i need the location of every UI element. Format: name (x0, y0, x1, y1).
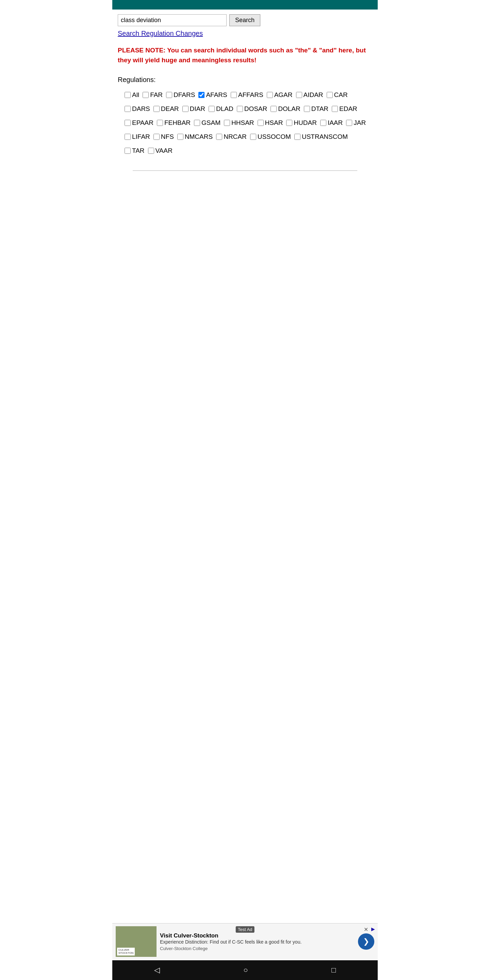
checkbox-label-nfs[interactable]: NFS (161, 130, 174, 143)
checkbox-lifar[interactable] (124, 134, 130, 140)
checkbox-item-diar: DIAR (182, 102, 205, 115)
checkbox-afars[interactable] (198, 92, 205, 98)
checkbox-fehbar[interactable] (157, 120, 163, 126)
checkbox-vaar[interactable] (148, 148, 154, 154)
checkbox-label-hudar[interactable]: HUDAR (294, 116, 317, 129)
note-area: PLEASE NOTE: You can search individual w… (118, 46, 372, 65)
checkbox-item-lifar: LIFAR (124, 130, 150, 143)
checkbox-item-gsam: GSAM (194, 116, 221, 129)
checkbox-label-iaar[interactable]: IAAR (328, 116, 343, 129)
checkbox-label-fehbar[interactable]: FEHBAR (164, 116, 191, 129)
checkbox-label-jar[interactable]: JAR (353, 116, 366, 129)
checkbox-item-nmcars: NMCARS (177, 130, 213, 143)
checkbox-label-lifar[interactable]: LIFAR (132, 130, 150, 143)
checkbox-label-dosar[interactable]: DOSAR (244, 102, 267, 115)
checkbox-item-dars: DARS (124, 102, 150, 115)
checkbox-label-ustranscom[interactable]: USTRANSCOM (302, 130, 348, 143)
checkbox-ustranscom[interactable] (294, 134, 301, 140)
checkbox-label-hsar[interactable]: HSAR (265, 116, 283, 129)
checkbox-nrcar[interactable] (216, 134, 222, 140)
checkbox-label-afars[interactable]: AFARS (206, 89, 227, 102)
checkbox-far[interactable] (143, 92, 149, 98)
checkbox-label-agar[interactable]: AGAR (274, 89, 293, 102)
checkbox-item-nfs: NFS (153, 130, 174, 143)
checkbox-car[interactable] (327, 92, 333, 98)
regulations-section: Regulations: AllFARDFARSAFARSAFFARSAGARA… (112, 70, 378, 164)
checkbox-gsam[interactable] (194, 120, 200, 126)
checkbox-label-vaar[interactable]: VAAR (156, 144, 172, 157)
checkbox-item-dlad: DLAD (208, 102, 234, 115)
checkbox-item-afars: AFARS (198, 89, 227, 102)
checkbox-nmcars[interactable] (177, 134, 183, 140)
checkbox-dfars[interactable] (166, 92, 172, 98)
checkbox-label-aidar[interactable]: AIDAR (304, 89, 323, 102)
checkbox-all[interactable] (124, 92, 130, 98)
checkbox-dars[interactable] (124, 106, 130, 112)
checkbox-label-tar[interactable]: TAR (132, 144, 145, 157)
checkbox-jar[interactable] (346, 120, 352, 126)
checkbox-item-affars: AFFARS (231, 89, 263, 102)
checkbox-label-hhsar[interactable]: HHSAR (231, 116, 254, 129)
checkbox-item-far: FAR (143, 89, 163, 102)
checkbox-label-car[interactable]: CAR (334, 89, 348, 102)
checkbox-item-dosar: DOSAR (237, 102, 267, 115)
checkbox-label-affars[interactable]: AFFARS (238, 89, 263, 102)
checkbox-agar[interactable] (267, 92, 273, 98)
checkbox-label-dfars[interactable]: DFARS (173, 89, 195, 102)
checkbox-dolar[interactable] (270, 106, 277, 112)
checkbox-label-dars[interactable]: DARS (132, 102, 150, 115)
checkbox-label-far[interactable]: FAR (150, 89, 163, 102)
checkbox-item-jar: JAR (346, 116, 366, 129)
checkbox-aidar[interactable] (296, 92, 302, 98)
checkbox-item-dolar: DOLAR (270, 102, 300, 115)
checkbox-item-hudar: HUDAR (286, 116, 317, 129)
checkbox-item-agar: AGAR (267, 89, 293, 102)
search-input[interactable] (118, 14, 227, 26)
checkbox-affars[interactable] (231, 92, 237, 98)
search-button[interactable]: Search (229, 14, 260, 26)
checkbox-epaar[interactable] (124, 120, 130, 126)
checkbox-label-diar[interactable]: DIAR (190, 102, 205, 115)
checkbox-item-all: All (124, 89, 139, 102)
checkbox-item-fehbar: FEHBAR (157, 116, 191, 129)
checkbox-nfs[interactable] (153, 134, 159, 140)
checkbox-item-dfars: DFARS (166, 89, 195, 102)
checkbox-label-all[interactable]: All (132, 89, 139, 102)
checkbox-item-hhsar: HHSAR (224, 116, 254, 129)
checkbox-dear[interactable] (153, 106, 159, 112)
checkbox-label-dear[interactable]: DEAR (161, 102, 179, 115)
checkboxes-container: AllFARDFARSAFARSAFFARSAGARAIDARCARDARSDE… (118, 89, 372, 158)
divider (133, 170, 357, 171)
checkbox-ussocom[interactable] (250, 134, 256, 140)
checkbox-diar[interactable] (182, 106, 189, 112)
checkbox-label-ussocom[interactable]: USSOCOM (258, 130, 291, 143)
checkbox-label-dolar[interactable]: DOLAR (278, 102, 300, 115)
checkbox-hsar[interactable] (258, 120, 264, 126)
checkbox-dosar[interactable] (237, 106, 243, 112)
checkbox-item-hsar: HSAR (258, 116, 283, 129)
search-regulation-link[interactable]: Search Regulation Changes (118, 30, 203, 37)
checkbox-item-edar: EDAR (332, 102, 357, 115)
checkbox-item-dtar: DTAR (304, 102, 328, 115)
checkbox-hudar[interactable] (286, 120, 292, 126)
checkbox-iaar[interactable] (320, 120, 326, 126)
search-row: Search (118, 14, 372, 26)
checkbox-hhsar[interactable] (224, 120, 230, 126)
checkbox-label-dlad[interactable]: DLAD (216, 102, 234, 115)
checkbox-item-aidar: AIDAR (296, 89, 323, 102)
checkbox-label-nmcars[interactable]: NMCARS (185, 130, 213, 143)
checkbox-item-ustranscom: USTRANSCOM (294, 130, 348, 143)
regulations-label: Regulations: (118, 76, 372, 84)
checkbox-dtar[interactable] (304, 106, 310, 112)
checkbox-item-dear: DEAR (153, 102, 179, 115)
spacer (112, 178, 378, 253)
checkbox-tar[interactable] (124, 148, 130, 154)
checkbox-dlad[interactable] (208, 106, 215, 112)
checkbox-label-edar[interactable]: EDAR (339, 102, 357, 115)
checkbox-label-dtar[interactable]: DTAR (311, 102, 328, 115)
checkbox-label-epaar[interactable]: EPAAR (132, 116, 153, 129)
checkbox-item-car: CAR (327, 89, 348, 102)
checkbox-label-gsam[interactable]: GSAM (202, 116, 221, 129)
checkbox-edar[interactable] (332, 106, 338, 112)
checkbox-label-nrcar[interactable]: NRCAR (224, 130, 247, 143)
